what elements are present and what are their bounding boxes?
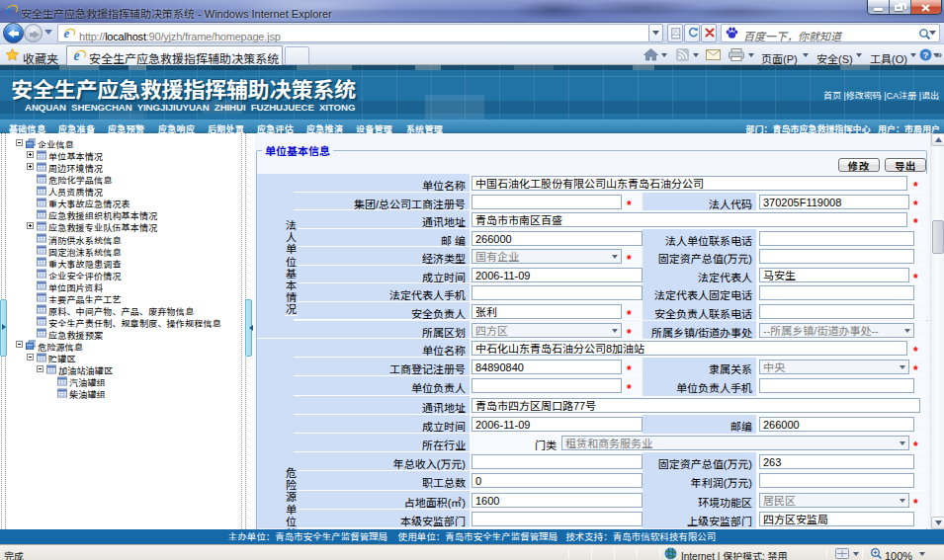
svg-text:?: ? <box>923 50 929 60</box>
